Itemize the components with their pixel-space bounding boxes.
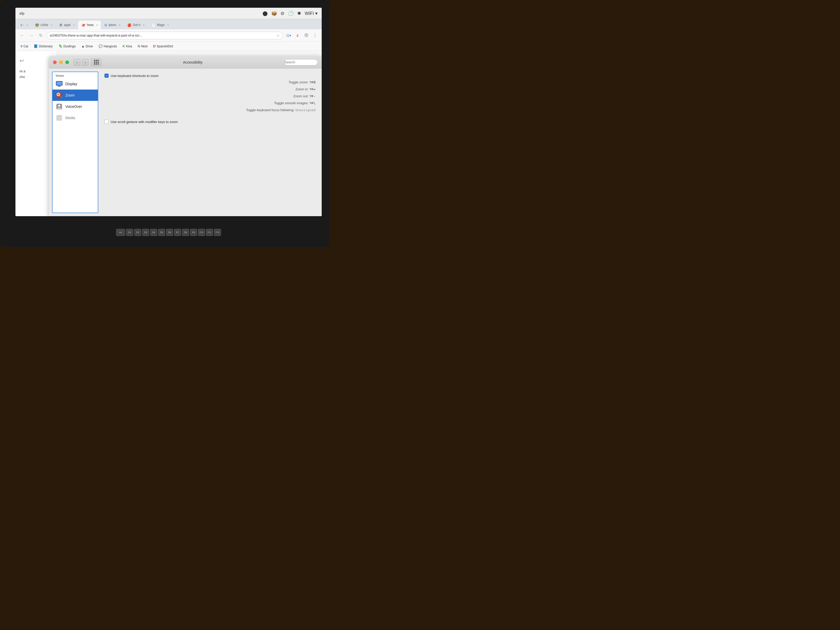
key-f8[interactable]: F8 — [182, 229, 189, 236]
key-f3[interactable]: F3 — [142, 229, 149, 236]
zoom-in-label: Zoom in: — [295, 87, 309, 91]
tab-iphon-label: iphon — [109, 23, 116, 27]
tab-magn-label: Magn — [157, 23, 165, 27]
bookmark-spanishdict[interactable]: D SpanishDict — [151, 43, 175, 49]
syspref-search-input[interactable] — [284, 59, 317, 65]
tab-iphon[interactable]: G iphon × — [101, 21, 123, 29]
sidebar-item-voiceover-label: VoiceOver — [65, 104, 82, 109]
sidebar-item-display-label: Display — [65, 82, 77, 86]
keyboard-area: esc F1 F2 F3 F4 F5 F6 F7 F8 F9 F10 F11 F… — [16, 218, 322, 247]
wifi-icon: WiFi ▾ — [305, 11, 317, 16]
menu-bar-left: elp — [20, 11, 24, 16]
address-bar[interactable]: s/246375/is-there-a-mac-app-that-will-ex… — [46, 32, 283, 39]
syspref-body: Vision — [49, 68, 322, 216]
bookmark-cal[interactable]: 9 Cal — [19, 43, 30, 49]
tab-magn[interactable]: 📄 Magn × — [148, 21, 172, 29]
bookmark-drive-label: Drive — [86, 44, 93, 48]
bookmark-kiva-icon: K — [123, 44, 125, 48]
zoom-in-key: ⌥⌘= — [309, 87, 316, 91]
zoom-out-key: ⌥⌘- — [309, 94, 316, 98]
laptop-bezel: elp ⬤ 📦 ⊘ 🕐 ✱ WiFi ▾ s - × 🥸 U — [0, 0, 329, 247]
key-f6[interactable]: F6 — [166, 229, 173, 236]
tab-geth-icon: 🍎 — [127, 23, 131, 27]
bookmark-kiva-label: Kiva — [126, 44, 132, 48]
key-f5[interactable]: F5 — [158, 229, 165, 236]
address-text: s/246375/is-there-a-mac-app-that-will-ex… — [50, 33, 276, 37]
grid-dots-icon — [94, 60, 99, 65]
key-f1[interactable]: F1 — [126, 229, 133, 236]
toggle-smooth-label: Toggle smooth images: — [274, 101, 309, 105]
scroll-gesture-checkbox[interactable] — [104, 120, 109, 124]
bookmark-spanishdict-icon: D — [153, 44, 155, 48]
back-button[interactable]: ← — [19, 32, 26, 39]
menu-help-label: elp — [20, 11, 24, 16]
menu-dots-icon[interactable]: ⋮ — [311, 32, 319, 39]
sidebar-item-display[interactable]: Display — [52, 78, 98, 90]
sidebar-item-zoom[interactable]: Zoom — [52, 90, 98, 101]
bookmark-drive[interactable]: ▲ Drive — [79, 43, 95, 49]
bookmark-star-icon[interactable]: ☆ — [276, 33, 280, 38]
key-f4[interactable]: F4 — [150, 229, 157, 236]
tab-uiale[interactable]: 🥸 UIAle × — [32, 21, 55, 29]
key-f2[interactable]: F2 — [134, 229, 141, 236]
screen: elp ⬤ 📦 ⊘ 🕐 ✱ WiFi ▾ s - × 🥸 U — [16, 8, 322, 216]
bookmark-duolingo[interactable]: 🦎 Duolingo — [56, 43, 78, 49]
sidebar-item-media[interactable]: Media — [52, 112, 98, 123]
tab-hoss-close-icon[interactable]: × — [96, 24, 98, 27]
bookmark-nest-icon: N — [138, 44, 140, 48]
ext-icon-1[interactable]: 4 — [294, 32, 301, 39]
keyboard-shortcuts-checkbox[interactable]: ✓ — [104, 74, 109, 78]
close-button[interactable] — [53, 60, 57, 64]
tab-appli[interactable]: ⌘ appli × — [56, 21, 78, 29]
ext-icon-2[interactable]: ⓪ — [303, 32, 310, 39]
bookmark-dictionary[interactable]: 📘 Dictionary — [32, 43, 55, 49]
tab-appli-close-icon[interactable]: × — [73, 24, 75, 27]
tab-uiale-icon: 🥸 — [35, 23, 39, 27]
sidebar-item-zoom-label: Zoom — [65, 93, 75, 97]
svg-rect-3 — [57, 86, 61, 87]
sidebar-item-media-label: Media — [65, 116, 75, 120]
refresh-button[interactable]: ↻ — [37, 32, 44, 39]
browser-window: s - × 🥸 UIAle × ⌘ appli × 🐙 hoss × — [16, 19, 322, 216]
tab-geth[interactable]: 🍎 Get h × — [124, 21, 148, 29]
syspref-forward-button[interactable]: › — [82, 59, 88, 66]
tab-uiale-close-icon[interactable]: × — [51, 24, 52, 27]
bookmark-hangouts-label: Hangouts — [104, 44, 117, 48]
sidebar-item-voiceover[interactable]: ♪ VoiceOver — [52, 101, 98, 112]
keyboard-keys: esc F1 F2 F3 F4 F5 F6 F7 F8 F9 F10 F11 F… — [116, 229, 221, 236]
bookmark-cal-label: Cal — [24, 44, 28, 48]
key-f11[interactable]: F11 — [206, 229, 213, 236]
tab-iphon-close-icon[interactable]: × — [119, 24, 120, 27]
media-icon — [55, 114, 63, 122]
translate-icon[interactable]: G▾ — [285, 32, 292, 39]
svg-point-9 — [58, 105, 60, 107]
taskbar-icon-1: ⬤ — [262, 11, 268, 16]
key-f9[interactable]: F9 — [190, 229, 197, 236]
bookmark-nest[interactable]: N Nest — [136, 43, 150, 49]
key-esc[interactable]: esc — [116, 229, 125, 236]
tab-s[interactable]: s - × — [17, 21, 32, 29]
tab-hoss[interactable]: 🐙 hoss × — [78, 21, 101, 29]
syspref-back-button[interactable]: ‹ — [74, 59, 80, 66]
tab-geth-close-icon[interactable]: × — [143, 24, 144, 27]
bookmark-cal-icon: 9 — [21, 44, 22, 48]
bookmark-hangouts[interactable]: 💬 Hangouts — [96, 43, 119, 49]
tab-magn-icon: 📄 — [151, 23, 155, 27]
tab-magn-close-icon[interactable]: × — [167, 24, 169, 27]
toggle-keyboard-row: Toggle keyboard focus following: Unassig… — [104, 107, 316, 112]
key-f7[interactable]: F7 — [174, 229, 181, 236]
key-f10[interactable]: F10 — [198, 229, 205, 236]
tab-appli-icon: ⌘ — [59, 23, 63, 27]
syspref-grid-button[interactable] — [91, 58, 101, 66]
menu-bar: elp ⬤ 📦 ⊘ 🕐 ✱ WiFi ▾ — [16, 8, 322, 19]
maximize-button[interactable] — [65, 60, 69, 64]
bookmark-kiva[interactable]: K Kiva — [120, 43, 134, 49]
tab-s-close-icon[interactable]: × — [27, 24, 28, 27]
forward-button[interactable]: → — [28, 32, 35, 39]
key-f12[interactable]: F12 — [214, 229, 221, 236]
minimize-button[interactable] — [59, 60, 63, 64]
toggle-keyboard-key: Unassigned — [295, 108, 316, 112]
bookmark-dictionary-label: Dictionary — [39, 44, 52, 48]
bookmark-spanishdict-label: SpanishDict — [156, 44, 173, 48]
article-text-1: re a cho — [20, 68, 52, 80]
